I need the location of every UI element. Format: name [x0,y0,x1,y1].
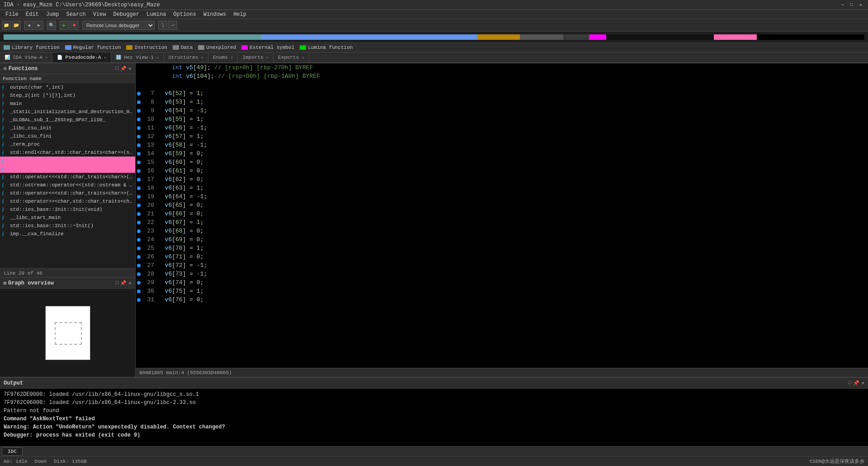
code-line[interactable]: 27 v6[72] = -1; [136,261,868,270]
menu-item-options[interactable]: Options [170,10,199,19]
function-item[interactable]: ⨍std::ios_base::Init::Init(void) [0,205,135,214]
tab-structures[interactable]: Structures ✕ [164,52,208,62]
function-item[interactable]: ⨍__libc_start_main [0,214,135,222]
menu-item-jump[interactable]: Jump [42,10,63,19]
code-line[interactable]: 12 v6[57] = 1; [136,132,868,141]
tab-hex-close[interactable]: ✕ [156,55,159,60]
code-line[interactable]: 25 v6[70] = 1; [136,244,868,252]
code-line[interactable]: 24 v6[69] = 0; [136,235,868,244]
tab-ida-close[interactable]: ✕ [45,55,47,60]
menu-item-windows[interactable]: Windows [200,10,230,19]
tab-ida-view[interactable]: 📊 IDA View-A ✕ [0,52,52,62]
function-item[interactable]: ⨍_libc_csu_init [0,124,135,132]
menu-item-help[interactable]: Help [230,10,250,19]
line-dot [136,152,142,156]
tab-imports[interactable]: Imports ✕ [238,52,274,62]
function-item[interactable]: ⨍std::operator<<<std::char_traits<char>>… [0,189,135,197]
function-item[interactable]: ⨍imp.__cxa_finalize [0,230,135,238]
code-line[interactable]: 21 v6[66] = 0; [136,209,868,218]
tab-enums-close[interactable]: ✕ [231,55,233,60]
toolbar-debug-stop[interactable]: ■ [70,21,79,30]
output-pin-btn[interactable]: 📌 [853,380,859,386]
function-item[interactable]: ⨍_cxa_atexit [0,165,135,173]
status-code-text: 00001865 main:4 (5556303D40865) [139,370,232,376]
fp-float-btn[interactable]: □ [116,66,119,71]
code-line[interactable] [136,81,868,89]
toolbar-forward[interactable]: ▶ [34,21,43,30]
function-item[interactable]: ⨍std::endl<char,std::char_traits<char>>(… [0,148,135,157]
maximize-button[interactable]: □ [848,1,855,9]
code-line[interactable]: 19 v6[64] = -1; [136,192,868,201]
func-icon: ⨍ [2,223,8,228]
menu-item-file[interactable]: File [2,10,22,19]
function-item[interactable]: ⨍_GLOBAL_sub_I__Z6Step_0PA7_iiS0_ [0,116,135,124]
toolbar-search[interactable]: 🔍 [47,21,56,30]
toolbar-step-into[interactable]: ⤶ [168,21,177,30]
function-item[interactable]: ⨍main [0,100,135,108]
code-line[interactable]: 11 v6[56] = -1; [136,124,868,132]
code-line[interactable]: 7 v6[52] = 1; [136,89,868,98]
close-button[interactable]: ✕ [857,1,864,9]
code-area[interactable]: int v5[49]; // [rsp+0h] [rbp-270h] BYREF… [136,63,868,368]
toolbar-debug-play[interactable]: ▶ [60,21,69,30]
tab-enums[interactable]: Enums ✕ [208,52,238,62]
code-line[interactable]: 29 v6[74] = 0; [136,278,868,287]
debugger-select[interactable]: Remote Linux debugger [82,21,155,30]
toolbar-open[interactable]: 📂 [12,21,21,30]
code-line[interactable]: 31 v6[76] = 0; [136,295,868,304]
code-line[interactable]: int v6[104]; // [rsp+D0h] [rbp-1A0h] BYR… [136,72,868,81]
code-line[interactable]: 13 v6[58] = -1; [136,141,868,149]
code-line[interactable]: 17 v6[62] = 0; [136,175,868,184]
code-line[interactable]: 15 v6[60] = 0; [136,158,868,166]
code-line[interactable]: int v5[49]; // [rsp+0h] [rbp-270h] BYREF [136,63,868,72]
function-item[interactable]: ⨍Step_2(int (*)[7],int) [0,91,135,100]
fp-close-btn[interactable]: ✕ [128,66,132,71]
code-line[interactable]: 16 v6[61] = 0; [136,166,868,175]
toolbar-back[interactable]: ◀ [24,21,33,30]
output-close-btn[interactable]: ✕ [861,380,864,386]
code-line[interactable]: 22 v6[67] = 1; [136,218,868,227]
code-line[interactable]: 18 v6[63] = 1; [136,184,868,192]
function-item[interactable]: ⨍std::ostream::operator<<(std::ostream &… [0,181,135,189]
menu-item-search[interactable]: Search [62,10,89,19]
menu-item-edit[interactable]: Edit [22,10,42,19]
function-item[interactable]: ⨍output(char *,int) [0,83,135,91]
tab-exports[interactable]: Exports ✕ [274,52,309,62]
code-line[interactable]: 30 v6[75] = 1; [136,287,868,295]
func-name: std::operator>><char,std::char_traits<ch… [10,199,133,204]
fp-pin-btn[interactable]: 📌 [120,66,127,71]
gp-close-btn[interactable]: ✕ [128,280,132,286]
menu-item-debugger[interactable]: Debugger [109,10,143,19]
code-line[interactable]: 14 v6[59] = 0; [136,149,868,158]
gp-pin-btn[interactable]: 📌 [120,280,127,286]
output-float-btn[interactable]: □ [849,380,852,386]
function-item[interactable]: ⨍std::ios_base::Init::~Init() [0,222,135,230]
output-tab-idc[interactable]: IDC [2,447,23,456]
function-item[interactable]: ⨍system [0,157,135,165]
tab-pseudocode[interactable]: 📄 Pseudocode-A ✕ [52,52,111,62]
gp-float-btn[interactable]: □ [116,280,119,286]
tab-pseudo-close[interactable]: ✕ [104,55,106,60]
function-item[interactable]: ⨍std::operator>><char,std::char_traits<c… [0,197,135,205]
line-dot [136,298,142,302]
code-line[interactable]: 20 v6[65] = 0; [136,201,868,209]
code-line[interactable]: 9 v6[54] = -1; [136,106,868,115]
code-line[interactable]: 28 v6[73] = -1; [136,270,868,278]
toolbar-step-over[interactable]: ⤵ [158,21,167,30]
tab-exports-close[interactable]: ✕ [302,55,304,60]
function-item[interactable]: ⨍_static_initialization_and_destruction_… [0,108,135,116]
function-item[interactable]: ⨍_libc_csu_fini [0,132,135,140]
menu-item-view[interactable]: View [90,10,110,19]
toolbar-new[interactable]: 📁 [2,21,11,30]
code-line[interactable]: 10 v6[55] = 1; [136,115,868,124]
tab-structures-close[interactable]: ✕ [201,55,203,60]
code-line[interactable]: 23 v6[68] = 0; [136,227,868,235]
function-item[interactable]: ⨍std::operator<<<std::char_traits<char>>… [0,173,135,181]
tab-imports-close[interactable]: ✕ [266,55,269,60]
tab-hex-view[interactable]: 🔢 Hex View-1 ✕ [111,52,164,62]
function-item[interactable]: ⨍_term_proc [0,140,135,148]
code-line[interactable]: 8 v6[53] = 1; [136,98,868,106]
minimize-button[interactable]: — [839,1,846,9]
code-line[interactable]: 26 v6[71] = 0; [136,252,868,261]
menu-item-lumina[interactable]: Lumina [143,10,170,19]
